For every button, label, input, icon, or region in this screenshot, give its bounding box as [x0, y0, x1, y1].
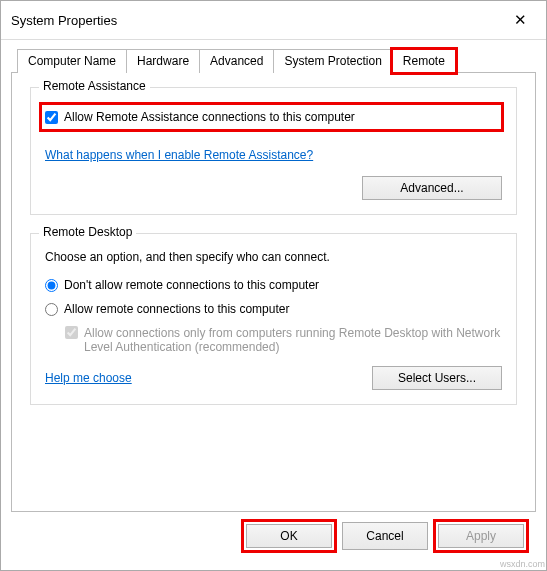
- radio-dont-allow-row[interactable]: Don't allow remote connections to this c…: [45, 278, 502, 292]
- dialog-body: Computer Name Hardware Advanced System P…: [1, 40, 546, 570]
- remote-assistance-title: Remote Assistance: [39, 79, 150, 93]
- tab-remote[interactable]: Remote: [392, 49, 456, 73]
- close-button[interactable]: ✕: [502, 7, 538, 33]
- nla-label: Allow connections only from computers ru…: [84, 326, 502, 354]
- ra-help-row: What happens when I enable Remote Assist…: [45, 148, 502, 162]
- remote-desktop-title: Remote Desktop: [39, 225, 136, 239]
- apply-button: Apply: [438, 524, 524, 548]
- ra-advanced-row: Advanced...: [45, 176, 502, 200]
- allow-remote-assistance-checkbox[interactable]: [45, 111, 58, 124]
- radio-dont-allow-label: Don't allow remote connections to this c…: [64, 278, 319, 292]
- select-users-button[interactable]: Select Users...: [372, 366, 502, 390]
- help-me-choose-link[interactable]: Help me choose: [45, 371, 132, 385]
- allow-remote-assistance-label: Allow Remote Assistance connections to t…: [64, 110, 355, 124]
- titlebar: System Properties ✕: [1, 1, 546, 40]
- radio-allow-row[interactable]: Allow remote connections to this compute…: [45, 302, 502, 316]
- tab-hardware[interactable]: Hardware: [126, 49, 200, 73]
- remote-desktop-group: Remote Desktop Choose an option, and the…: [30, 233, 517, 405]
- nla-checkbox: [65, 326, 78, 339]
- close-icon: ✕: [514, 11, 527, 29]
- watermark: wsxdn.com: [500, 559, 545, 569]
- tab-strip: Computer Name Hardware Advanced System P…: [11, 48, 536, 72]
- allow-remote-assistance-row[interactable]: Allow Remote Assistance connections to t…: [41, 104, 502, 130]
- radio-allow-label: Allow remote connections to this compute…: [64, 302, 289, 316]
- ok-button[interactable]: OK: [246, 524, 332, 548]
- remote-desktop-instruction: Choose an option, and then specify who c…: [45, 250, 502, 264]
- dialog-button-row: OK Cancel Apply: [11, 512, 536, 560]
- nla-row: Allow connections only from computers ru…: [65, 326, 502, 354]
- radio-allow[interactable]: [45, 303, 58, 316]
- cancel-button[interactable]: Cancel: [342, 522, 428, 550]
- tab-system-protection[interactable]: System Protection: [273, 49, 392, 73]
- apply-highlight: Apply: [436, 522, 526, 550]
- remote-assistance-help-link[interactable]: What happens when I enable Remote Assist…: [45, 148, 313, 162]
- tab-computer-name[interactable]: Computer Name: [17, 49, 127, 73]
- window-title: System Properties: [11, 13, 117, 28]
- radio-dont-allow[interactable]: [45, 279, 58, 292]
- remote-tab-panel: Remote Assistance Allow Remote Assistanc…: [11, 72, 536, 512]
- ok-highlight: OK: [244, 522, 334, 550]
- tab-advanced[interactable]: Advanced: [199, 49, 274, 73]
- rd-footer: Help me choose Select Users...: [45, 366, 502, 390]
- remote-assistance-group: Remote Assistance Allow Remote Assistanc…: [30, 87, 517, 215]
- system-properties-window: System Properties ✕ Computer Name Hardwa…: [0, 0, 547, 571]
- advanced-button[interactable]: Advanced...: [362, 176, 502, 200]
